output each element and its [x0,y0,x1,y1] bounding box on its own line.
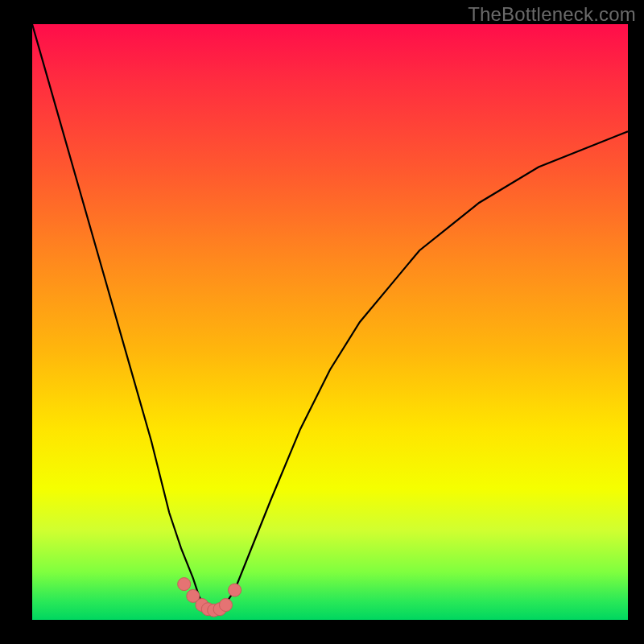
marker-point [178,578,191,591]
plot-area [32,24,628,620]
marker-point [220,599,233,612]
watermark-text: TheBottleneck.com [468,3,636,26]
marker-point [229,584,242,597]
plot-svg [32,24,628,620]
marker-group [178,578,242,617]
bottleneck-curve [32,24,628,614]
chart-frame: TheBottleneck.com [0,0,644,644]
